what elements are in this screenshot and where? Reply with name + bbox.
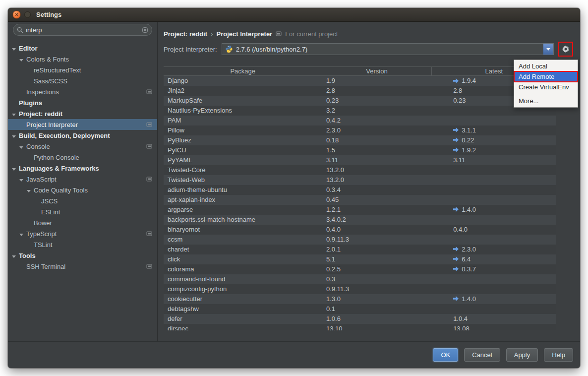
latest-version: 1.0.4 xyxy=(453,315,468,322)
tree-item-project-interpreter[interactable]: Project Interpreter xyxy=(8,119,157,130)
table-row-markupsafe[interactable]: MarkupSafe0.230.23 xyxy=(164,96,556,106)
window-control-icon[interactable] xyxy=(24,11,31,18)
expand-arrow-icon[interactable] xyxy=(19,55,26,63)
table-row-twisted-core[interactable]: Twisted-Core13.2.0 xyxy=(164,165,556,175)
tree-item-sass-scss[interactable]: Sass/SCSS xyxy=(8,75,157,86)
breadcrumb-project[interactable]: Project: reddit xyxy=(164,30,207,38)
latest-inner: 3.1.1 xyxy=(453,126,476,134)
cancel-button[interactable]: Cancel xyxy=(464,348,500,362)
window-close-icon[interactable]: × xyxy=(12,10,21,19)
tree-item-inspections[interactable]: Inspections xyxy=(8,86,157,97)
tree-item-eslint[interactable]: ESLint xyxy=(8,206,157,217)
ok-button[interactable]: OK xyxy=(433,348,458,362)
table-row-pillow[interactable]: Pillow2.3.03.1.1 xyxy=(164,125,556,135)
table-row-jinja2[interactable]: Jinja22.82.8 xyxy=(164,86,556,96)
table-row-apt-xapian-index[interactable]: apt-xapian-index0.45 xyxy=(164,195,556,205)
title-bar[interactable]: × Settings xyxy=(8,8,580,22)
table-row-argparse[interactable]: argparse1.2.11.4.0 xyxy=(164,205,556,215)
menu-item-more[interactable]: More... xyxy=(514,96,578,106)
tree-item-jscs[interactable]: JSCS xyxy=(8,195,157,206)
expand-arrow-icon[interactable] xyxy=(19,175,26,184)
table-row-backports-ssl-match-hostname[interactable]: backports.ssl-match-hostname3.4.0.2 xyxy=(164,215,556,225)
per-project-icon xyxy=(146,122,152,127)
tree-item-tslint[interactable]: TSLint xyxy=(8,239,157,250)
tree-item-code-quality-tools[interactable]: Code Quality Tools xyxy=(8,185,157,195)
tree-item-languages-frameworks[interactable]: Languages & Frameworks xyxy=(8,163,157,174)
table-row-adium-theme-ubuntu[interactable]: adium-theme-ubuntu0.3.4 xyxy=(164,185,556,195)
table-row-debtagshw[interactable]: debtagshw0.1 xyxy=(164,304,556,314)
tree-item-bower[interactable]: Bower xyxy=(8,217,157,228)
table-row-django[interactable]: Django1.91.9.4 xyxy=(164,76,556,86)
menu-item-create-virtualenv[interactable]: Create VirtualEnv xyxy=(514,82,578,92)
table-row-ccsm[interactable]: ccsm0.9.11.3 xyxy=(164,235,556,245)
latest-cell xyxy=(431,274,556,284)
tree-item-label: SSH Terminal xyxy=(26,263,65,270)
expand-arrow-icon[interactable] xyxy=(12,109,19,118)
table-row-cookiecutter[interactable]: cookiecutter1.3.01.4.0 xyxy=(164,294,556,304)
tree-item-plugins[interactable]: Plugins xyxy=(8,97,157,108)
table-row-binaryornot[interactable]: binaryornot0.4.00.4.0 xyxy=(164,225,556,235)
tree-item-restructuredtext[interactable]: reStructuredText xyxy=(8,64,157,75)
tree-item-tools[interactable]: Tools xyxy=(8,250,157,261)
latest-inner: 1.0.4 xyxy=(453,315,468,322)
table-row-pybluez[interactable]: PyBluez0.180.22 xyxy=(164,135,556,145)
help-button[interactable]: Help xyxy=(544,348,573,362)
latest-inner: 0.23 xyxy=(453,97,466,104)
package-cell: PyYAML xyxy=(164,155,322,165)
table-row-nautilus-pyextensions[interactable]: Nautilus-PyExtensions3.2 xyxy=(164,106,556,116)
tree-item-typescript[interactable]: TypeScript xyxy=(8,228,157,239)
table-body: Django1.91.9.4Jinja22.82.8MarkupSafe0.23… xyxy=(164,76,556,331)
tree-item-editor[interactable]: Editor xyxy=(8,43,157,54)
interpreter-combobox[interactable]: 2.7.6 (/usr/bin/python2.7) xyxy=(222,43,554,55)
menu-item-add-remote[interactable]: Add Remote xyxy=(514,71,578,82)
gear-icon xyxy=(562,45,570,53)
table-row-command-not-found[interactable]: command-not-found0.3 xyxy=(164,274,556,284)
tree-item-label: Code Quality Tools xyxy=(34,187,88,194)
version-cell: 13.10 xyxy=(322,324,431,331)
version-cell: 0.18 xyxy=(322,135,431,145)
search-input[interactable] xyxy=(26,26,139,34)
table-row-defer[interactable]: defer1.0.61.0.4 xyxy=(164,314,556,324)
combo-dropdown-button[interactable] xyxy=(543,44,553,55)
tree-item-label: Python Console xyxy=(34,154,79,161)
table-row-colorama[interactable]: colorama0.2.50.3.7 xyxy=(164,264,556,274)
interpreter-value: 2.7.6 (/usr/bin/python2.7) xyxy=(236,46,308,53)
latest-version: 2.8 xyxy=(453,87,462,94)
tree-item-build-execution-deployment[interactable]: Build, Execution, Deployment xyxy=(8,130,157,141)
latest-cell: 1.4.0 xyxy=(431,205,556,215)
package-cell: compizconfig-python xyxy=(164,284,322,294)
menu-item-add-local[interactable]: Add Local xyxy=(514,61,578,71)
expand-arrow-icon[interactable] xyxy=(19,229,26,238)
table-row-click[interactable]: click5.16.4 xyxy=(164,254,556,264)
expand-arrow-icon[interactable] xyxy=(12,251,19,260)
table-row-pyicu[interactable]: PyICU1.51.9.2 xyxy=(164,145,556,155)
tree-item-python-console[interactable]: Python Console xyxy=(8,152,157,163)
gear-button[interactable] xyxy=(560,43,572,55)
version-cell: 1.2.1 xyxy=(322,205,431,215)
column-header-package[interactable]: Package xyxy=(164,67,322,76)
tree-item-javascript[interactable]: JavaScript xyxy=(8,174,157,185)
expand-arrow-icon[interactable] xyxy=(27,186,34,194)
expand-arrow-icon[interactable] xyxy=(12,131,19,140)
settings-search-box[interactable] xyxy=(13,24,152,36)
column-header-version[interactable]: Version xyxy=(322,67,431,76)
table-row-twisted-web[interactable]: Twisted-Web13.2.0 xyxy=(164,175,556,185)
table-row-chardet[interactable]: chardet2.0.12.3.0 xyxy=(164,245,556,254)
table-row-pyyaml[interactable]: PyYAML3.113.11 xyxy=(164,155,556,165)
latest-version: 0.4.0 xyxy=(453,226,468,233)
clear-search-icon[interactable] xyxy=(142,27,148,33)
apply-button[interactable]: Apply xyxy=(506,348,538,362)
expand-arrow-icon[interactable] xyxy=(12,44,19,53)
tree-item-ssh-terminal[interactable]: SSH Terminal xyxy=(8,261,157,272)
tree-item-console[interactable]: Console xyxy=(8,141,157,152)
expand-arrow-icon[interactable] xyxy=(19,142,26,151)
tree-item-project-reddit[interactable]: Project: reddit xyxy=(8,108,157,119)
tree-item-label: Tools xyxy=(19,252,36,259)
upgrade-arrow-icon xyxy=(453,247,459,251)
table-row-pam[interactable]: PAM0.4.2 xyxy=(164,116,556,125)
table-row-compizconfig-python[interactable]: compizconfig-python0.9.11.3 xyxy=(164,284,556,294)
expand-arrow-icon[interactable] xyxy=(12,164,19,173)
tree-item-colors-fonts[interactable]: Colors & Fonts xyxy=(8,54,157,64)
latest-cell: 1.4.0 xyxy=(431,294,556,304)
table-row-dirspec[interactable]: dirspec13.1013.08 xyxy=(164,324,556,331)
